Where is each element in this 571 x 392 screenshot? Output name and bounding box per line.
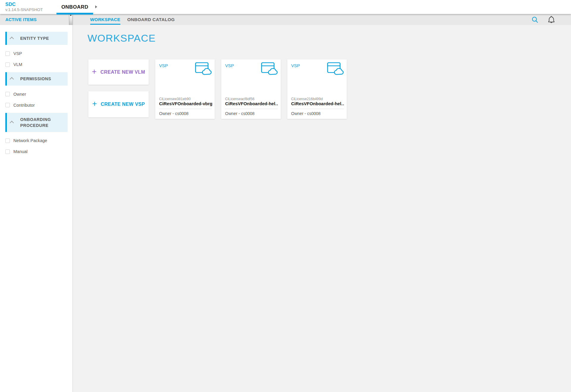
create-button-label: CREATE NEW VSP bbox=[101, 102, 145, 107]
chevron-down-icon bbox=[70, 15, 72, 16]
filter-option-label: Network Package bbox=[13, 138, 47, 143]
card-vendor: CiLicenseacf8df56 bbox=[225, 97, 278, 101]
card-divider bbox=[225, 109, 278, 109]
create-buttons-column: + CREATE NEW VLM + CREATE NEW VSP bbox=[88, 59, 149, 117]
card-name: CiResVFOnboarded-hel… bbox=[225, 101, 278, 106]
checkbox[interactable] bbox=[5, 51, 10, 56]
checkbox[interactable] bbox=[5, 138, 10, 143]
filter-group-label: ENTITY TYPE bbox=[20, 35, 49, 41]
tab-workspace[interactable]: WORKSPACE bbox=[90, 14, 120, 25]
filter-group-permissions[interactable]: PERMISSIONS bbox=[5, 72, 68, 85]
card-owner: Owner - cs0008 bbox=[225, 111, 255, 116]
workspace-main: WORKSPACE + CREATE NEW VLM + CREATE NEW … bbox=[73, 25, 571, 392]
card-owner: Owner - cs0008 bbox=[159, 111, 189, 116]
checkbox[interactable] bbox=[5, 149, 10, 154]
card-type-label: VSP bbox=[159, 63, 168, 68]
filter-group-entity-type[interactable]: ENTITY TYPE bbox=[5, 32, 68, 45]
card-vendor: CiLicensee381eb90 bbox=[159, 97, 212, 101]
checkbox[interactable] bbox=[5, 62, 10, 67]
tab-onboard-catalog[interactable]: ONBOARD CATALOG bbox=[127, 14, 175, 25]
filter-group-label: ONBOARDING PROCEDURE bbox=[20, 117, 64, 129]
filter-option-vsp[interactable]: VSP bbox=[5, 51, 73, 56]
filter-option-label: VLM bbox=[13, 62, 22, 67]
top-header: SDC v.1.14.5-SNAPSHOT ONBOARD bbox=[0, 0, 571, 14]
checkbox[interactable] bbox=[5, 92, 10, 96]
create-new-vsp-button[interactable]: + CREATE NEW VSP bbox=[88, 91, 149, 117]
card-type-label: VSP bbox=[225, 63, 234, 68]
chevron-up-icon bbox=[10, 37, 14, 41]
card-vendor: CiLicense216b499d bbox=[291, 97, 344, 101]
filter-option-vlm[interactable]: VLM bbox=[5, 62, 73, 67]
filter-option-contributor[interactable]: Contributor bbox=[5, 103, 73, 108]
tab-onboard[interactable]: ONBOARD bbox=[57, 0, 93, 14]
filter-group-onboarding-procedure[interactable]: ONBOARDING PROCEDURE bbox=[5, 113, 68, 132]
card-divider bbox=[291, 109, 344, 109]
card-type-label: VSP bbox=[291, 63, 300, 68]
filter-option-label: VSP bbox=[13, 51, 22, 56]
card-owner: Owner - cs0008 bbox=[291, 111, 321, 116]
filter-option-label: Owner bbox=[13, 92, 26, 97]
page-title: WORKSPACE bbox=[87, 32, 156, 44]
search-icon[interactable] bbox=[531, 16, 539, 25]
app-name: SDC bbox=[5, 1, 43, 7]
vsp-cloud-window-icon bbox=[327, 62, 344, 76]
filters-sidebar: ENTITY TYPE VSP VLM PERMISSIONS Owner Co… bbox=[0, 25, 73, 392]
workspace-grid: + CREATE NEW VLM + CREATE NEW VSP VSP Ci… bbox=[88, 59, 347, 119]
tabs-overflow-caret-icon[interactable] bbox=[95, 5, 97, 8]
card-divider bbox=[159, 109, 212, 109]
filter-option-network-package[interactable]: Network Package bbox=[5, 138, 73, 143]
filter-option-owner[interactable]: Owner bbox=[5, 92, 73, 97]
create-button-label: CREATE NEW VLM bbox=[101, 70, 145, 75]
app-version: v.1.14.5-SNAPSHOT bbox=[5, 7, 43, 12]
card-name: CiResVFOnboarded-hel… bbox=[291, 101, 344, 106]
secondary-nav-bar: ACTIVE ITEMS WORKSPACE ONBOARD CATALOG bbox=[0, 14, 571, 25]
sdc-logo[interactable]: SDC v.1.14.5-SNAPSHOT bbox=[5, 1, 43, 12]
tab-onboard-active-underline bbox=[57, 13, 93, 15]
checkbox[interactable] bbox=[5, 103, 10, 107]
plus-icon: + bbox=[92, 68, 97, 76]
notifications-bell-icon[interactable] bbox=[547, 15, 556, 25]
plus-icon: + bbox=[92, 100, 97, 108]
vsp-card[interactable]: VSP CiLicenseacf8df56 CiResVFOnboarded-h… bbox=[221, 59, 281, 119]
filter-group-label: PERMISSIONS bbox=[20, 76, 51, 82]
active-items-label: ACTIVE ITEMS bbox=[5, 14, 37, 25]
filter-option-label: Contributor bbox=[13, 103, 35, 108]
create-new-vlm-button[interactable]: + CREATE NEW VLM bbox=[88, 59, 149, 85]
chevron-up-icon bbox=[10, 77, 14, 81]
vsp-cloud-window-icon bbox=[195, 62, 212, 76]
chevron-up-icon bbox=[10, 121, 14, 125]
vsp-cloud-window-icon bbox=[261, 62, 278, 76]
filter-option-label: Manual bbox=[13, 149, 28, 154]
active-items-dropdown[interactable]: ACTIVE ITEMS bbox=[0, 14, 73, 25]
vsp-card[interactable]: VSP CiLicensee381eb90 CiResVFOnboarded-v… bbox=[155, 59, 215, 119]
card-name: CiResVFOnboarded-vbrg… bbox=[159, 101, 212, 106]
dropdown-scrollbar[interactable] bbox=[69, 14, 72, 25]
filter-option-manual[interactable]: Manual bbox=[5, 149, 73, 154]
vsp-card[interactable]: VSP CiLicense216b499d CiResVFOnboarded-h… bbox=[287, 59, 347, 119]
